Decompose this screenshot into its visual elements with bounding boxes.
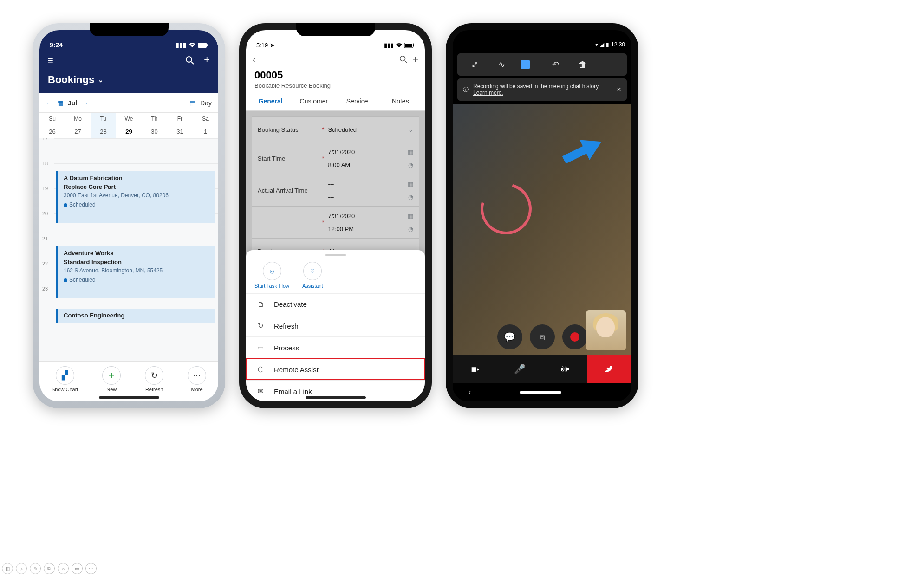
more-icon[interactable]: ⋯: [602, 59, 618, 70]
hour-label: 23: [42, 286, 48, 291]
page-title[interactable]: Bookings: [48, 74, 94, 86]
tool-icon[interactable]: ⌕: [58, 563, 69, 574]
add-icon[interactable]: +: [204, 56, 210, 65]
color-picker[interactable]: [521, 60, 536, 69]
day-number[interactable]: 28: [91, 125, 116, 138]
booking-event[interactable]: Adventure Works Standard Inspection 162 …: [56, 246, 215, 298]
menu-deactivate[interactable]: 🗋 Deactivate: [246, 293, 425, 315]
more-button[interactable]: ⋯ More: [188, 366, 206, 392]
hour-label: 19: [42, 186, 48, 191]
email-icon: ✉: [255, 387, 266, 395]
refresh-button[interactable]: ↻ Refresh: [145, 366, 163, 392]
weekday: Sa: [193, 113, 218, 125]
event-customer: Contoso Engineering: [64, 312, 209, 319]
prev-arrow-icon[interactable]: ←: [46, 99, 52, 107]
menu-process[interactable]: ▭ Process: [246, 336, 425, 358]
day-number[interactable]: 30: [142, 125, 167, 138]
weekday: Tu: [91, 113, 116, 125]
target-icon: ◎: [270, 268, 274, 274]
svg-line-3: [191, 62, 194, 64]
tab-general[interactable]: General: [249, 93, 292, 110]
tab-customer[interactable]: Customer: [292, 93, 335, 110]
tool-icon[interactable]: ▷: [16, 563, 27, 574]
chat-button[interactable]: 💬: [497, 324, 522, 349]
battery-icon: [404, 43, 415, 48]
plus-icon: +: [109, 369, 115, 381]
back-icon[interactable]: ‹: [469, 388, 471, 396]
status-dot-icon: [64, 203, 67, 207]
day-view-label[interactable]: Day: [200, 99, 212, 107]
deactivate-icon: 🗋: [255, 300, 266, 308]
camera-feed[interactable]: 💬 ⧈: [453, 104, 631, 355]
tab-bar: General Customer Service Notes: [246, 93, 425, 111]
search-icon[interactable]: [185, 56, 195, 65]
ink-icon[interactable]: ∿: [494, 59, 509, 70]
menu-label: Remote Assist: [274, 366, 319, 374]
weekday-header: Su Mo Tu We Th Fr Sa: [39, 113, 218, 125]
weekday: Su: [39, 113, 65, 125]
status-time: 12:30: [611, 41, 625, 48]
menu-remote-assist[interactable]: ⬡ Remote Assist: [246, 358, 425, 380]
booking-event[interactable]: Contoso Engineering: [56, 309, 215, 323]
start-task-flow-button[interactable]: ◎ Start Task Flow: [254, 262, 289, 289]
menu-refresh[interactable]: ↻ Refresh: [246, 315, 425, 336]
hour-label: 18: [42, 161, 48, 166]
day-number[interactable]: 27: [65, 125, 91, 138]
home-indicator[interactable]: [306, 396, 366, 399]
video-toggle[interactable]: ■▸: [453, 355, 497, 383]
signal-icon: ▮▮▮: [176, 41, 187, 49]
day-numbers: 26 27 28 29 30 31 1: [39, 125, 218, 138]
participant-video[interactable]: [586, 310, 626, 350]
search-icon[interactable]: [399, 55, 408, 64]
show-chart-button[interactable]: ▞ Show Chart: [52, 366, 78, 392]
minimize-icon[interactable]: ⤢: [467, 59, 482, 70]
event-address: 162 S Avenue, Bloomington, MN, 55425: [64, 267, 209, 274]
home-indicator[interactable]: [520, 391, 561, 394]
chevron-down-icon[interactable]: ⌄: [98, 76, 104, 84]
home-indicator[interactable]: [99, 396, 159, 399]
day-number[interactable]: 29: [116, 125, 142, 138]
tool-icon[interactable]: ◧: [2, 563, 13, 574]
back-icon[interactable]: ‹: [253, 54, 256, 65]
drag-handle[interactable]: [325, 254, 346, 256]
bottom-command-bar: ▞ Show Chart + New ↻ Refresh ⋯ More: [39, 361, 218, 401]
svg-rect-5: [405, 44, 412, 47]
day-number[interactable]: 1: [193, 125, 218, 138]
schedule-grid[interactable]: 17 18 19 20 21 22 23 A Datum Fabrication…: [39, 138, 218, 361]
add-icon[interactable]: +: [412, 53, 418, 65]
day-number[interactable]: 26: [39, 125, 65, 138]
event-status: Scheduled: [69, 201, 96, 208]
tab-service[interactable]: Service: [336, 93, 379, 110]
button-label: Show Chart: [52, 387, 78, 392]
close-icon[interactable]: ✕: [617, 86, 621, 93]
new-button[interactable]: + New: [102, 366, 121, 392]
calendar-icon[interactable]: ▦: [57, 99, 63, 107]
assistant-button[interactable]: ♡ Assistant: [302, 262, 323, 289]
annotation-toolbar: ⤢ ∿ ↶ 🗑 ⋯: [457, 53, 627, 76]
tool-icon[interactable]: ✎: [30, 563, 41, 574]
undo-icon[interactable]: ↶: [548, 59, 564, 70]
day-number[interactable]: 31: [167, 125, 193, 138]
learn-more-link[interactable]: Learn more.: [473, 90, 503, 96]
tab-notes[interactable]: Notes: [379, 93, 422, 110]
record-button[interactable]: [562, 324, 587, 349]
banner-text: Recording will be saved in the meeting c…: [473, 83, 600, 90]
hour-label: 21: [42, 236, 48, 241]
trash-icon[interactable]: 🗑: [575, 60, 591, 70]
booking-event[interactable]: A Datum Fabrication Replace Core Part 30…: [56, 171, 215, 223]
menu-icon[interactable]: ≡: [48, 55, 53, 66]
lightbulb-icon: ♡: [310, 268, 315, 274]
event-subtitle: Replace Core Part: [64, 183, 209, 190]
weekday: Fr: [167, 113, 193, 125]
speaker-toggle[interactable]: 🕪: [542, 355, 587, 383]
svg-point-2: [186, 57, 192, 62]
capture-button[interactable]: ⧈: [530, 324, 555, 349]
location-icon: ➤: [270, 42, 275, 49]
button-label: Assistant: [302, 283, 323, 289]
tool-icon[interactable]: ⧉: [44, 563, 55, 574]
tool-icon[interactable]: ▭: [72, 563, 83, 574]
next-arrow-icon[interactable]: →: [82, 99, 88, 107]
hangup-button[interactable]: [587, 355, 631, 383]
mic-toggle[interactable]: 🎤: [497, 355, 542, 383]
tool-icon[interactable]: ⋯: [85, 563, 97, 574]
